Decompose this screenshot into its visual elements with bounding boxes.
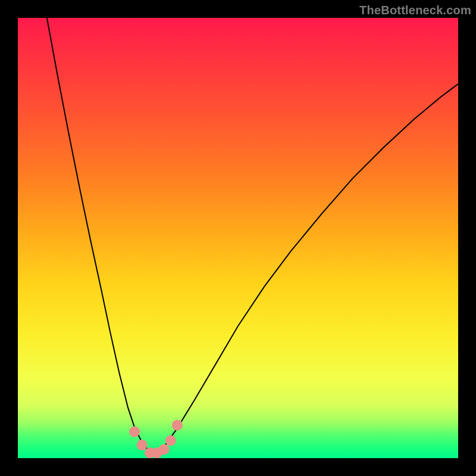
marker-point (172, 420, 183, 431)
curve-left-branch (47, 18, 155, 454)
plot-area (18, 18, 458, 458)
curve-right-branch (154, 84, 458, 454)
bottleneck-curve-svg (18, 18, 458, 458)
marker-cluster (129, 420, 183, 459)
marker-point (137, 440, 148, 450)
marker-point (165, 435, 176, 446)
marker-point (129, 427, 140, 437)
watermark-text: TheBottleneck.com (359, 4, 471, 17)
chart-stage: { "watermark": "TheBottleneck.com", "col… (0, 0, 476, 476)
marker-point (159, 444, 170, 455)
